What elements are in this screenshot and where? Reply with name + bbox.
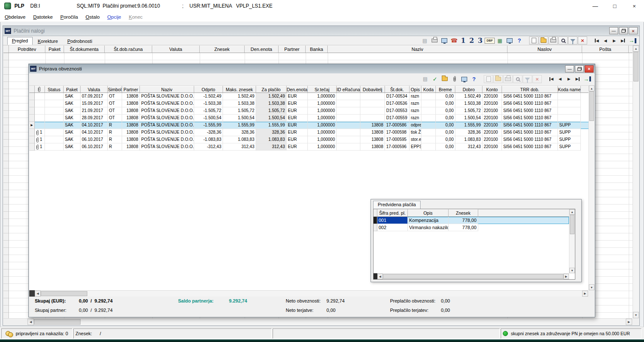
- vertical-scrollbar[interactable]: ▲ ▼: [633, 45, 639, 318]
- scroll-right-button[interactable]: ▶: [563, 274, 569, 279]
- table-row[interactable]: SAK15.09.2017OT13808POŠTA SLOVENIJE D.O.…: [29, 100, 589, 107]
- tab-pregled[interactable]: Pregled: [7, 37, 33, 45]
- column-header[interactable]: TRR dob.: [502, 86, 558, 93]
- scroll-down-button[interactable]: ▼: [633, 312, 639, 318]
- column-header[interactable]: Odprto: [194, 86, 223, 93]
- exit-button[interactable]: →: [628, 36, 637, 45]
- scrollbar-thumb[interactable]: [41, 291, 87, 296]
- menu-porocila[interactable]: Poročila: [56, 14, 82, 20]
- print-icon[interactable]: [430, 36, 439, 45]
- column-header[interactable]: Znesek: [449, 209, 478, 216]
- dialog-titlebar[interactable]: MIT Priprava obveznosti — ×: [29, 64, 595, 73]
- menu-konec[interactable]: Konec: [125, 14, 147, 20]
- column-header[interactable]: Paket: [64, 86, 81, 93]
- column-header[interactable]: Partner: [122, 86, 140, 93]
- scrollbar-track[interactable]: [569, 234, 575, 268]
- scrollbar-thumb[interactable]: [633, 52, 638, 81]
- dialog-close-button[interactable]: ×: [585, 65, 594, 73]
- column-header[interactable]: Šifra pred. pl.: [377, 209, 408, 216]
- column-header[interactable]: Konto: [482, 86, 502, 93]
- last-record-button[interactable]: ▶: [619, 36, 627, 45]
- column-header[interactable]: Št.dob.računa: [105, 45, 152, 53]
- column-header[interactable]: Potrditev: [9, 45, 45, 53]
- scrollbar-track[interactable]: [589, 121, 594, 284]
- column-header[interactable]: Opis: [408, 209, 449, 216]
- column-header[interactable]: Status: [45, 86, 64, 93]
- popup-grid[interactable]: 001Kompenzacija778,00002Virmansko nakazi…: [374, 217, 569, 273]
- screen-view-icon[interactable]: [460, 75, 469, 83]
- table-row[interactable]: 002Virmansko nakazilo778,00: [374, 224, 569, 231]
- help-icon[interactable]: ?: [469, 75, 479, 83]
- tab-korekture[interactable]: Korekture: [33, 38, 62, 45]
- column-header[interactable]: Opis: [410, 86, 421, 93]
- next-record-button[interactable]: ▶: [565, 75, 573, 83]
- column-header[interactable]: Naziv: [328, 45, 507, 53]
- column-header[interactable]: Za plačilo: [256, 86, 287, 93]
- scroll-up-button[interactable]: ▲: [589, 85, 594, 91]
- scrollbar-thumb[interactable]: [589, 91, 594, 121]
- minimize-button[interactable]: —: [585, 0, 605, 12]
- child-close-button[interactable]: ×: [629, 27, 638, 34]
- monitor-view-icon[interactable]: [505, 36, 514, 45]
- scroll-up-button[interactable]: ▲: [633, 45, 639, 52]
- last-record-button[interactable]: ▶: [574, 75, 582, 83]
- column-header[interactable]: Št.dokumenta: [64, 45, 105, 53]
- scroll-up-button[interactable]: ▲: [569, 209, 575, 215]
- column-header[interactable]: Banka: [306, 45, 328, 53]
- scrollbar-thumb[interactable]: [570, 215, 574, 234]
- table-row[interactable]: 001Kompenzacija778,00: [374, 217, 569, 224]
- scrollbar-track[interactable]: [81, 319, 626, 325]
- cards-icon[interactable]: ▦: [495, 36, 505, 45]
- table-row[interactable]: 1SAK04.10.2017R13808POŠTA SLOVENIJE D.O.…: [29, 129, 589, 136]
- zoom-in-button[interactable]: [558, 36, 568, 45]
- scrollbar-thumb[interactable]: [34, 319, 81, 325]
- column-header[interactable]: Znesek: [200, 45, 245, 53]
- column-header[interactable]: Št.dok.: [385, 86, 410, 93]
- dialog-minimize-button[interactable]: —: [565, 65, 574, 73]
- table-row[interactable]: 1SAK06.10.2017R13808POŠTA SLOVENIJE D.O.…: [29, 143, 589, 151]
- clear-filter-button[interactable]: ×: [532, 75, 542, 83]
- column-header[interactable]: Paket: [45, 45, 64, 53]
- scroll-left-button[interactable]: ◀: [28, 319, 34, 325]
- print-button[interactable]: [549, 36, 558, 45]
- zoom-button[interactable]: [513, 75, 522, 83]
- column-header[interactable]: Dobro: [455, 86, 482, 93]
- menu-datoteke[interactable]: Datoteke: [29, 14, 56, 20]
- send-to-screen-icon[interactable]: [440, 36, 449, 45]
- clear-filter-button[interactable]: ×: [578, 36, 587, 45]
- column-header[interactable]: Den.enota: [287, 86, 308, 93]
- column-header[interactable]: Koda name: [558, 86, 581, 93]
- open-folder-button[interactable]: [493, 75, 503, 83]
- level-2-button[interactable]: 2: [468, 36, 476, 45]
- open-folder-button[interactable]: [539, 36, 548, 45]
- dialog-vertical-scrollbar[interactable]: ▲ ▼: [588, 85, 594, 290]
- open-folder-icon[interactable]: [440, 75, 449, 83]
- dialog-maximize-button[interactable]: [575, 65, 584, 73]
- column-header[interactable]: Breme: [436, 86, 455, 93]
- maximize-button[interactable]: □: [605, 0, 624, 12]
- attachment-button[interactable]: [450, 75, 459, 83]
- column-header[interactable]: ID eRačuna: [337, 86, 360, 93]
- prev-record-button[interactable]: ◀: [601, 36, 610, 45]
- first-record-button[interactable]: ◀: [547, 75, 555, 83]
- column-header[interactable]: Partner: [279, 45, 306, 53]
- report-list-icon[interactable]: ▤: [421, 75, 430, 83]
- new-document-button[interactable]: [484, 75, 493, 83]
- tab-podrobnosti[interactable]: Podrobnosti: [63, 38, 97, 45]
- scrollbar-track[interactable]: [633, 81, 639, 312]
- table-row[interactable]: ▶SAK04.10.2017R13808POŠTA SLOVENIJE D.O.…: [29, 122, 589, 129]
- column-header[interactable]: Maks. znesek: [223, 86, 256, 93]
- column-header[interactable]: Den.enota: [245, 45, 279, 53]
- filter-button[interactable]: [568, 36, 577, 45]
- exit-button[interactable]: →: [583, 75, 592, 83]
- scrollbar-thumb[interactable]: [383, 274, 563, 279]
- column-header[interactable]: Koda: [421, 86, 436, 93]
- popup-vertical-scrollbar[interactable]: ▲ ▼: [569, 209, 575, 273]
- close-button[interactable]: ×: [624, 0, 644, 12]
- horizontal-scrollbar[interactable]: ◀ ▶: [28, 318, 632, 325]
- menu-opcije[interactable]: Opcije: [103, 14, 125, 20]
- child-minimize-button[interactable]: —: [609, 27, 618, 34]
- column-header[interactable]: Dobavitelj: [360, 86, 385, 93]
- confirm-check-icon[interactable]: ✓: [430, 75, 440, 83]
- column-header[interactable]: Naziv: [140, 86, 194, 93]
